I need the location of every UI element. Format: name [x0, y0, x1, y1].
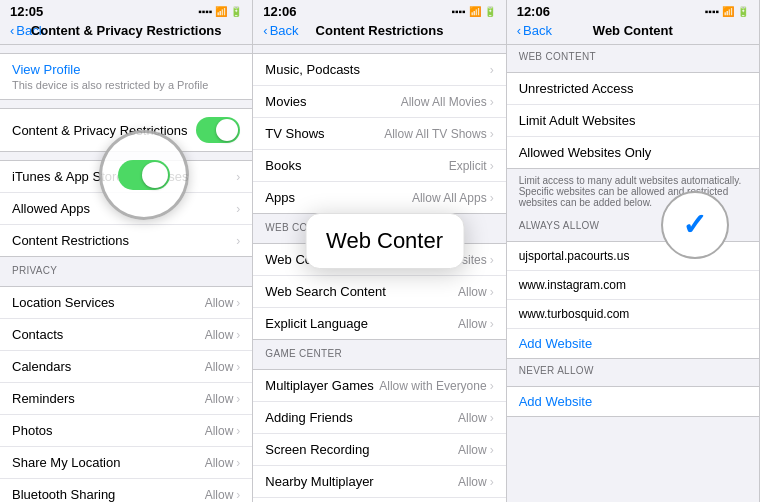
location-row[interactable]: Location Services Allow ›: [0, 287, 252, 319]
photos-row[interactable]: Photos Allow ›: [0, 415, 252, 447]
contacts-value: Allow ›: [205, 328, 241, 342]
share-location-value: Allow ›: [205, 456, 241, 470]
apps-row[interactable]: Apps Allow All Apps ›: [253, 182, 505, 213]
movies-label: Movies: [265, 94, 306, 109]
location-label: Location Services: [12, 295, 115, 310]
allowed-apps-label: Allowed Apps: [12, 201, 90, 216]
multiplayer-row[interactable]: Multiplayer Games Allow with Everyone ›: [253, 370, 505, 402]
nearby-multiplayer-value: Allow ›: [458, 475, 494, 489]
chevron-bt: ›: [236, 488, 240, 502]
panel1-scroll: View Profile This device is also restric…: [0, 45, 252, 502]
status-icons-1: ▪▪▪▪ 📶 🔋: [198, 6, 242, 17]
reminders-row[interactable]: Reminders Allow ›: [0, 383, 252, 415]
profile-sub: This device is also restricted by a Prof…: [12, 79, 240, 91]
add-website-row-2[interactable]: Add Website: [507, 387, 759, 416]
adding-friends-label: Adding Friends: [265, 410, 352, 425]
panel-web-content: 12:06 ▪▪▪▪ 📶 🔋 ‹ Back Web Content WEB CO…: [507, 0, 760, 502]
private-messaging-row[interactable]: Private Messaging Allow ›: [253, 498, 505, 502]
content-privacy-toggle-section: Content & Privacy Restrictions: [0, 108, 252, 152]
bluetooth-row[interactable]: Bluetooth Sharing Allow ›: [0, 479, 252, 502]
apps-value: Allow All Apps ›: [412, 191, 494, 205]
explicit-row[interactable]: Explicit Language Allow ›: [253, 308, 505, 339]
chevron-loc: ›: [236, 296, 240, 310]
nearby-multiplayer-row[interactable]: Nearby Multiplayer Allow ›: [253, 466, 505, 498]
chevron-left-icon: ‹: [10, 23, 14, 38]
web-search-value: Allow ›: [458, 285, 494, 299]
screen-recording-value: Allow ›: [458, 443, 494, 457]
web-options-section: Unrestricted Access Limit Adult Websites…: [507, 72, 759, 169]
unrestricted-row[interactable]: Unrestricted Access: [507, 73, 759, 105]
allowed-apps-row[interactable]: Allowed Apps ›: [0, 193, 252, 225]
status-bar-1: 12:05 ▪▪▪▪ 📶 🔋: [0, 0, 252, 21]
web-search-row[interactable]: Web Search Content Allow ›: [253, 276, 505, 308]
tvshows-label: TV Shows: [265, 126, 324, 141]
chevron-mul: ›: [490, 379, 494, 393]
signal-icon: ▪▪▪▪: [198, 6, 212, 17]
site-row-3[interactable]: www.turbosquid.com: [507, 300, 759, 329]
privacy-section: Location Services Allow › Contacts Allow…: [0, 286, 252, 502]
contacts-row[interactable]: Contacts Allow ›: [0, 319, 252, 351]
wifi-icon-2: 📶: [469, 6, 481, 17]
content-restrictions-row[interactable]: Content Restrictions ›: [0, 225, 252, 256]
nav-title-1: Content & Privacy Restrictions: [31, 23, 222, 38]
status-icons-3: ▪▪▪▪ 📶 🔋: [705, 6, 749, 17]
tvshows-row[interactable]: TV Shows Allow All TV Shows ›: [253, 118, 505, 150]
music-row[interactable]: Music, Podcasts ›: [253, 54, 505, 86]
back-button-3[interactable]: ‹ Back: [517, 23, 552, 38]
content-privacy-label: Content & Privacy Restrictions: [12, 123, 188, 138]
view-profile-link[interactable]: View Profile: [12, 62, 240, 77]
site-3-label: www.turbosquid.com: [519, 307, 630, 321]
content-privacy-row[interactable]: Content & Privacy Restrictions: [0, 109, 252, 151]
explicit-value: Allow ›: [458, 317, 494, 331]
screen-recording-row[interactable]: Screen Recording Allow ›: [253, 434, 505, 466]
nav-bar-1: ‹ Back Content & Privacy Restrictions: [0, 21, 252, 45]
chevron-pho: ›: [236, 424, 240, 438]
reminders-value: Allow ›: [205, 392, 241, 406]
contacts-label: Contacts: [12, 327, 63, 342]
movies-row[interactable]: Movies Allow All Movies ›: [253, 86, 505, 118]
site-1-label: ujsportal.pacourts.us: [519, 249, 630, 263]
calendars-row[interactable]: Calendars Allow ›: [0, 351, 252, 383]
photos-label: Photos: [12, 423, 52, 438]
web-search-label: Web Search Content: [265, 284, 385, 299]
share-location-row[interactable]: Share My Location Allow ›: [0, 447, 252, 479]
chevron-itunes: ›: [236, 170, 240, 184]
calendars-value: Allow ›: [205, 360, 241, 374]
main-settings-section: iTunes & App Store Purchases › Allowed A…: [0, 160, 252, 257]
limit-adult-label: Limit Adult Websites: [519, 113, 636, 128]
chevron-left-icon-2: ‹: [263, 23, 267, 38]
tvshows-value: Allow All TV Shows ›: [384, 127, 494, 141]
battery-icon-2: 🔋: [484, 6, 496, 17]
content-privacy-toggle[interactable]: [196, 117, 240, 143]
add-website-row-1[interactable]: Add Website: [507, 329, 759, 358]
panel2-scroll: Music, Podcasts › Movies Allow All Movie…: [253, 45, 505, 502]
chevron-ws: ›: [490, 285, 494, 299]
back-button-2[interactable]: ‹ Back: [263, 23, 298, 38]
privacy-header: PRIVACY: [0, 257, 252, 278]
add-website-2-label: Add Website: [519, 394, 592, 409]
photos-value: Allow ›: [205, 424, 241, 438]
nav-title-2: Content Restrictions: [316, 23, 444, 38]
limit-adult-row[interactable]: Limit Adult Websites: [507, 105, 759, 137]
itunes-row[interactable]: iTunes & App Store Purchases ›: [0, 161, 252, 193]
site-row-2[interactable]: www.instagram.com: [507, 271, 759, 300]
status-bar-3: 12:06 ▪▪▪▪ 📶 🔋: [507, 0, 759, 21]
allowed-websites-label: Allowed Websites Only: [519, 145, 652, 160]
reminders-label: Reminders: [12, 391, 75, 406]
status-icons-2: ▪▪▪▪ 📶 🔋: [451, 6, 495, 17]
multiplayer-value: Allow with Everyone ›: [379, 379, 493, 393]
chevron-left-icon-3: ‹: [517, 23, 521, 38]
adding-friends-row[interactable]: Adding Friends Allow ›: [253, 402, 505, 434]
chevron-mov: ›: [490, 95, 494, 109]
media-section: Music, Podcasts › Movies Allow All Movie…: [253, 53, 505, 214]
game-center-header: GAME CENTER: [253, 340, 505, 361]
game-center-section: Multiplayer Games Allow with Everyone › …: [253, 369, 505, 502]
nav-title-3: Web Content: [593, 23, 673, 38]
chevron-apps: ›: [490, 191, 494, 205]
books-row[interactable]: Books Explicit ›: [253, 150, 505, 182]
books-value: Explicit ›: [449, 159, 494, 173]
checkmark-circle: ✓: [661, 191, 729, 259]
battery-icon-3: 🔋: [737, 6, 749, 17]
allowed-websites-row[interactable]: Allowed Websites Only: [507, 137, 759, 168]
chevron-af: ›: [490, 411, 494, 425]
